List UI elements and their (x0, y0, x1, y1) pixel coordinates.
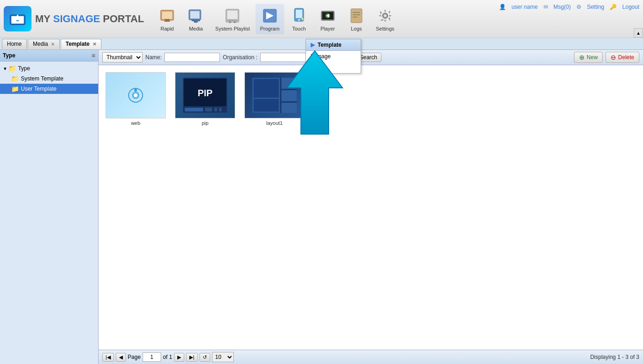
key-icon: 🔑 (610, 4, 617, 10)
template-thumb-pip: PIP (175, 72, 235, 118)
program-icon (261, 6, 279, 25)
tab-template-close[interactable]: ✕ (93, 42, 96, 47)
new-label: New (587, 54, 598, 61)
nav-player[interactable]: Player (314, 4, 342, 34)
first-page-btn[interactable]: |◀ (102, 353, 114, 362)
nav-rapid[interactable]: Rapid (153, 4, 181, 34)
template-thumb-web (106, 72, 166, 118)
tree-user-template-label: User Template (21, 86, 56, 92)
delete-button[interactable]: ⊖ Delete (606, 52, 639, 63)
touch-icon (290, 6, 308, 25)
system-template-folder-icon: 📁 (11, 75, 19, 82)
svg-rect-17 (296, 10, 302, 18)
view-select-wrapper: Thumbnail List (102, 52, 143, 62)
dropdown-item-manage[interactable]: Manage (306, 51, 361, 62)
media-label: Media (189, 26, 203, 31)
media-icon (187, 6, 205, 25)
displaying-text: Displaying 1 - 3 of 3 (590, 354, 639, 360)
msg-link[interactable]: Msg(0) (554, 4, 571, 10)
prev-page-btn[interactable]: ◀ (116, 353, 126, 362)
logout-link[interactable]: Logout (622, 4, 639, 10)
new-button[interactable]: ⊕ New (574, 52, 603, 63)
of-label: of 1 (163, 354, 172, 360)
dropdown-arrow-icon: ▶ (311, 42, 315, 48)
last-page-btn[interactable]: ▶| (186, 353, 198, 362)
tree-system-template[interactable]: 📁 System Template (0, 74, 98, 84)
dropdown-item-folder[interactable]: Folder (306, 62, 361, 73)
tree-system-template-label: System Template (21, 75, 63, 82)
system-playlist-label: System Playlist (215, 26, 250, 31)
page-input[interactable] (143, 352, 161, 362)
root-folder-icon: 📁 (8, 65, 16, 72)
next-page-btn[interactable]: ▶ (174, 353, 184, 362)
system-playlist-icon (223, 6, 242, 25)
dropdown-header-label: Template (318, 42, 342, 48)
delete-icon: ⊖ (611, 54, 616, 61)
svg-rect-45 (254, 79, 279, 98)
tab-media-close[interactable]: ✕ (51, 42, 55, 47)
logo: MY SIGNAGE PORTAL (4, 6, 144, 31)
template-thumb-layout1 (244, 72, 305, 118)
nav-settings[interactable]: Settings (371, 4, 399, 34)
tab-media[interactable]: Media ✕ (28, 39, 60, 49)
logs-label: Logs (351, 26, 362, 31)
player-icon (318, 6, 337, 25)
template-item-web[interactable]: web (103, 70, 168, 128)
svg-point-31 (134, 89, 137, 92)
nav-system-playlist[interactable]: System Playlist (211, 4, 255, 34)
sidebar-collapse-btn[interactable]: ≡ (92, 52, 95, 59)
tree: ▼ 📁 Type 📁 System Template 📁 User Templa… (0, 62, 98, 96)
nav-media[interactable]: Media (182, 4, 210, 34)
dropdown-manage-label: Manage (311, 53, 331, 60)
tree-root[interactable]: ▼ 📁 Type (0, 63, 98, 74)
org-label: Organisation : (223, 54, 257, 61)
search-label: Search (360, 54, 377, 61)
page-label: Page (128, 354, 141, 360)
settings-label: Settings (376, 26, 394, 31)
template-name-web: web (131, 120, 140, 126)
tree-expand-root[interactable]: ▼ (3, 66, 7, 71)
svg-rect-1 (12, 16, 24, 23)
msg-icon: ✉ (543, 4, 548, 10)
nav-logs[interactable]: Logs (343, 4, 370, 34)
svg-rect-44 (281, 103, 297, 113)
program-label: Program (260, 26, 280, 31)
svg-rect-43 (281, 90, 297, 101)
toolbar: Thumbnail List Name: Organisation : R 🔍 … (99, 50, 643, 65)
name-input[interactable] (164, 53, 220, 62)
user-icon: 👤 (499, 4, 506, 10)
tab-home-label: Home (7, 41, 22, 47)
svg-point-13 (229, 21, 231, 23)
tab-home[interactable]: Home (2, 39, 27, 49)
tree-user-template[interactable]: 📁 User Template (0, 84, 98, 94)
settings-icon (376, 6, 394, 25)
refresh-btn[interactable]: ↺ (200, 353, 210, 362)
tree-root-label: Type (18, 65, 30, 72)
svg-rect-36 (185, 108, 203, 111)
dropdown-folder-label: Folder (311, 64, 326, 71)
nav-touch[interactable]: Touch (285, 4, 313, 34)
tab-template[interactable]: Template ✕ (61, 39, 101, 49)
nav-program[interactable]: Program (256, 4, 284, 34)
tab-template-label: Template (66, 41, 90, 47)
logo-text: MY SIGNAGE PORTAL (35, 13, 144, 25)
new-icon: ⊕ (579, 54, 585, 61)
rapid-label: Rapid (161, 26, 174, 31)
page-size-select[interactable]: 10 20 50 100 (212, 352, 234, 362)
setting-link[interactable]: Setting (587, 4, 604, 10)
view-select[interactable]: Thumbnail List (102, 52, 143, 62)
username-link[interactable]: user name (512, 4, 538, 10)
template-item-layout1[interactable]: layout1 (242, 70, 307, 128)
svg-rect-9 (194, 21, 198, 23)
template-name-layout1: layout1 (266, 120, 282, 126)
svg-point-18 (298, 19, 300, 21)
svg-point-27 (384, 14, 387, 17)
sidebar-header: Type ≡ (0, 50, 98, 62)
template-item-pip[interactable]: PIP pip (173, 70, 237, 128)
template-grid: web PIP (99, 65, 643, 350)
scroll-up-btn[interactable]: ▲ (634, 28, 643, 37)
dropdown-header: ▶ Template (306, 39, 361, 51)
svg-rect-38 (214, 108, 217, 111)
rapid-icon (158, 6, 176, 25)
svg-rect-4 (162, 12, 172, 19)
